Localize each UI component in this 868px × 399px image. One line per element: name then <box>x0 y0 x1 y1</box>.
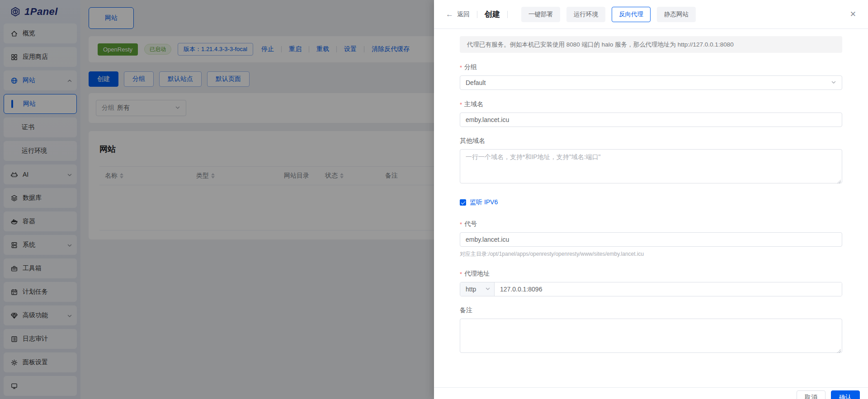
proxy-address-label: 代理地址 <box>460 270 842 278</box>
primary-domain-label: 主域名 <box>460 100 842 108</box>
group-selected-value: Default <box>466 79 831 86</box>
protocol-value: http <box>466 286 482 293</box>
cancel-button[interactable]: 取消 <box>797 390 826 399</box>
checkbox-checked-icon[interactable] <box>460 199 466 206</box>
drawer-title: 创建 <box>485 9 500 19</box>
close-icon[interactable]: ✕ <box>850 10 856 18</box>
ipv6-checkbox-label: 监听 IPV6 <box>470 198 498 207</box>
group-field-label: 分组 <box>460 63 842 71</box>
ipv6-checkbox-row[interactable]: 监听 IPV6 <box>460 198 842 207</box>
tab-reverse-proxy[interactable]: 反向代理 <box>612 7 651 22</box>
proxy-address-input[interactable] <box>495 282 842 296</box>
alias-label: 代号 <box>460 220 842 228</box>
create-website-drawer: ← 返回 创建 一键部署 运行环境 反向代理 静态网站 ✕ 代理已有服务。例如本… <box>434 0 868 399</box>
drawer-header: ← 返回 创建 一键部署 运行环境 反向代理 静态网站 ✕ <box>434 0 868 29</box>
drawer-form: 代理已有服务。例如本机已安装使用 8080 端口的 halo 服务，那么代理地址… <box>434 29 868 387</box>
other-domains-label: 其他域名 <box>460 137 842 145</box>
alias-helper-text: 对应主目录:/opt/1panel/apps/openresty/openres… <box>460 250 842 258</box>
group-select[interactable]: Default <box>460 75 842 90</box>
other-domains-textarea[interactable] <box>460 149 842 183</box>
app-root: 1Panel 概览 应用商店 网站 网站 证书 <box>0 0 868 399</box>
tab-runtime[interactable]: 运行环境 <box>566 7 605 22</box>
primary-domain-input[interactable] <box>460 113 842 127</box>
divider <box>507 11 508 18</box>
proxy-info-box: 代理已有服务。例如本机已安装使用 8080 端口的 halo 服务，那么代理地址… <box>460 36 842 53</box>
chevron-down-icon <box>485 286 491 293</box>
divider <box>477 11 477 18</box>
protocol-select[interactable]: http <box>460 282 495 296</box>
create-mode-tabs: 一键部署 运行环境 反向代理 静态网站 <box>521 7 696 22</box>
back-label: 返回 <box>457 10 470 19</box>
back-arrow-icon: ← <box>446 10 453 18</box>
confirm-button[interactable]: 确认 <box>831 390 860 399</box>
tab-one-click-deploy[interactable]: 一键部署 <box>521 7 560 22</box>
proxy-address-group: http <box>460 282 842 296</box>
drawer-footer: 取消 确认 <box>434 387 868 399</box>
back-button[interactable]: ← 返回 <box>446 10 470 19</box>
tab-static-website[interactable]: 静态网站 <box>657 7 696 22</box>
remark-textarea[interactable] <box>460 319 842 353</box>
chevron-down-icon <box>831 79 836 86</box>
remark-label: 备注 <box>460 306 842 315</box>
alias-input[interactable] <box>460 232 842 247</box>
